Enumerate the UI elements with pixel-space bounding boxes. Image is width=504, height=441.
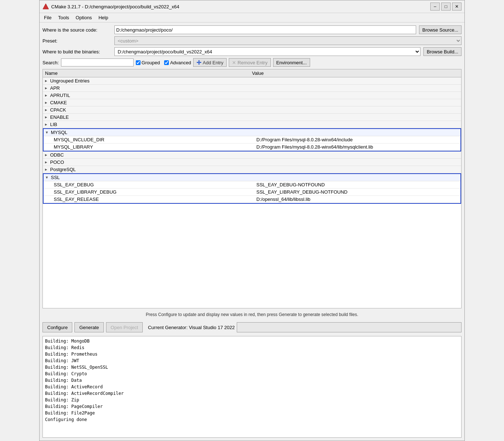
checkbox-group: Grouped Advanced <box>136 60 191 65</box>
group-mysql[interactable]: ▼ MYSQL <box>44 129 460 136</box>
content-area: Where is the source code: Browse Source.… <box>40 23 464 441</box>
chevron-postgresql: ► <box>44 167 50 171</box>
group-poco[interactable]: ► POCO <box>43 159 461 166</box>
log-line: Building: ActiveRecord <box>45 384 459 390</box>
ssl-group-block: ▼ SSL SSL_EAY_DEBUG SSL_EAY_DEBUG-NOTFOU… <box>43 173 461 204</box>
chevron-ungrouped: ► <box>44 79 50 83</box>
chevron-cmake: ► <box>44 101 50 105</box>
source-row: Where is the source code: Browse Source.… <box>42 25 462 34</box>
build-select[interactable]: D:/chengmao/project/poco/build_vs2022_x6… <box>114 47 420 56</box>
menu-file[interactable]: File <box>41 14 54 21</box>
log-line: Configuring done <box>45 416 459 423</box>
group-cmake[interactable]: ► CMAKE <box>43 99 461 106</box>
log-line: Building: Data <box>45 377 459 384</box>
preset-select[interactable]: <custom> <box>114 36 462 45</box>
title-bar: CMake 3.21.7 - D:/chengmao/project/poco/… <box>40 0 464 13</box>
log-area: Building: MongoDBBuilding: RedisBuilding… <box>42 336 462 438</box>
group-label-enable: ENABLE <box>50 114 69 120</box>
group-enable[interactable]: ► ENABLE <box>43 114 461 121</box>
entry-value-ssl-eay-release: D:/openssl_64/lib/libssl.lib <box>256 197 459 202</box>
window-title: CMake 3.21.7 - D:/chengmao/project/poco/… <box>51 4 179 9</box>
cmake-icon <box>42 3 49 10</box>
entry-name-ssl-eay-debug: SSL_EAY_DEBUG <box>54 182 256 187</box>
group-label-ungrouped: Ungrouped Entries <box>50 78 89 84</box>
title-bar-controls: – □ ✕ <box>430 3 462 11</box>
configure-button[interactable]: Configure <box>42 322 72 332</box>
group-apr[interactable]: ► APR <box>43 85 461 92</box>
mysql-group-block: ▼ MYSQL MYSQL_INCLUDE_DIR D:/Program Fil… <box>43 128 461 151</box>
log-line: Building: Crypto <box>45 371 459 377</box>
entry-ssl-eay-library-debug[interactable]: SSL_EAY_LIBRARY_DEBUG SSL_EAY_LIBRARY_DE… <box>44 189 460 196</box>
search-label: Search: <box>42 60 59 65</box>
entry-ssl-eay-release[interactable]: SSL_EAY_RELEASE D:/openssl_64/lib/libssl… <box>44 196 460 203</box>
log-line: Building: File2Page <box>45 410 459 416</box>
menu-options[interactable]: Options <box>73 14 95 21</box>
minimize-button[interactable]: – <box>430 3 440 11</box>
maximize-button[interactable]: □ <box>441 3 451 11</box>
group-postgresql[interactable]: ► PostgreSQL <box>43 166 461 173</box>
group-label-aprutil: APRUTIL <box>50 93 70 98</box>
group-lib[interactable]: ► LIB <box>43 121 461 128</box>
group-ungrouped[interactable]: ► Ungrouped Entries <box>43 77 461 85</box>
entry-name-mysql-library: MYSQL_LIBRARY <box>54 144 256 150</box>
environment-button[interactable]: Environment... <box>273 58 310 67</box>
group-aprutil[interactable]: ► APRUTIL <box>43 92 461 99</box>
log-line: Building: Prometheus <box>45 351 459 357</box>
col-value-header: Value <box>252 70 459 76</box>
remove-entry-label: Remove Entry <box>237 60 267 65</box>
group-ssl[interactable]: ▼ SSL <box>44 174 460 181</box>
entry-mysql-library[interactable]: MYSQL_LIBRARY D:/Program Files/mysql-8.0… <box>44 143 460 151</box>
group-label-apr: APR <box>50 85 60 91</box>
col-name-header: Name <box>45 70 252 76</box>
bottom-buttons: Configure Generate Open Project Current … <box>42 321 462 334</box>
entries-table: Name Value ► Ungrouped Entries ► APR <box>42 69 462 308</box>
remove-entry-button[interactable]: ✕ Remove Entry <box>229 58 271 67</box>
browse-build-button[interactable]: Browse Build... <box>423 47 462 56</box>
log-line: Building: NetSSL_OpenSSL <box>45 364 459 371</box>
grouped-checkbox[interactable] <box>136 60 141 65</box>
entry-value-ssl-eay-library-debug: SSL_EAY_LIBRARY_DEBUG-NOTFOUND <box>256 189 459 195</box>
entry-ssl-eay-debug[interactable]: SSL_EAY_DEBUG SSL_EAY_DEBUG-NOTFOUND <box>44 181 460 189</box>
log-line: Building: MongoDB <box>45 338 459 344</box>
chevron-apr: ► <box>44 86 50 90</box>
entries-scroll[interactable]: ► Ungrouped Entries ► APR ► APRUTIL <box>43 77 461 204</box>
entry-value-mysql-library: D:/Program Files/mysql-8.0.28-winx64/lib… <box>256 144 459 150</box>
log-line: Building: PageCompiler <box>45 403 459 410</box>
group-label-cmake: CMAKE <box>50 100 67 105</box>
source-input[interactable] <box>114 25 416 34</box>
group-cpack[interactable]: ► CPACK <box>43 106 461 114</box>
add-entry-label: Add Entry <box>203 60 223 65</box>
chevron-poco: ► <box>44 160 50 164</box>
chevron-odbc: ► <box>44 153 50 157</box>
entry-name-ssl-eay-library-debug: SSL_EAY_LIBRARY_DEBUG <box>54 189 256 195</box>
entry-name-mysql-include: MYSQL_INCLUDE_DIR <box>54 137 256 142</box>
advanced-label: Advanced <box>170 60 191 65</box>
grouped-label: Grouped <box>142 60 160 65</box>
generate-button[interactable]: Generate <box>74 322 103 332</box>
group-label-lib: LIB <box>50 122 57 127</box>
group-label-postgresql: PostgreSQL <box>50 167 76 172</box>
grouped-checkbox-label[interactable]: Grouped <box>136 60 160 65</box>
chevron-cpack: ► <box>44 108 50 112</box>
main-window: CMake 3.21.7 - D:/chengmao/project/poco/… <box>39 0 465 441</box>
chevron-lib: ► <box>44 122 50 126</box>
group-odbc[interactable]: ► ODBC <box>43 151 461 159</box>
build-label: Where to build the binaries: <box>42 49 111 54</box>
log-line: Building: ActiveRecordCompiler <box>45 390 459 397</box>
advanced-checkbox[interactable] <box>164 60 169 65</box>
search-row: Search: Grouped Advanced ✛ Add Entry ✕ R… <box>42 58 462 67</box>
menu-help[interactable]: Help <box>95 14 111 21</box>
menu-tools[interactable]: Tools <box>55 14 72 21</box>
open-project-button[interactable]: Open Project <box>106 322 143 332</box>
group-label-poco: POCO <box>50 159 64 165</box>
advanced-checkbox-label[interactable]: Advanced <box>164 60 191 65</box>
search-input[interactable] <box>61 58 134 66</box>
chevron-aprutil: ► <box>44 93 50 97</box>
preset-label: Preset: <box>42 38 111 44</box>
menu-bar: File Tools Options Help <box>40 13 464 23</box>
close-button[interactable]: ✕ <box>452 3 462 11</box>
browse-source-button[interactable]: Browse Source... <box>419 25 462 34</box>
add-entry-button[interactable]: ✛ Add Entry <box>193 58 227 67</box>
build-row: Where to build the binaries: D:/chengmao… <box>42 47 462 56</box>
entry-mysql-include[interactable]: MYSQL_INCLUDE_DIR D:/Program Files/mysql… <box>44 136 460 143</box>
